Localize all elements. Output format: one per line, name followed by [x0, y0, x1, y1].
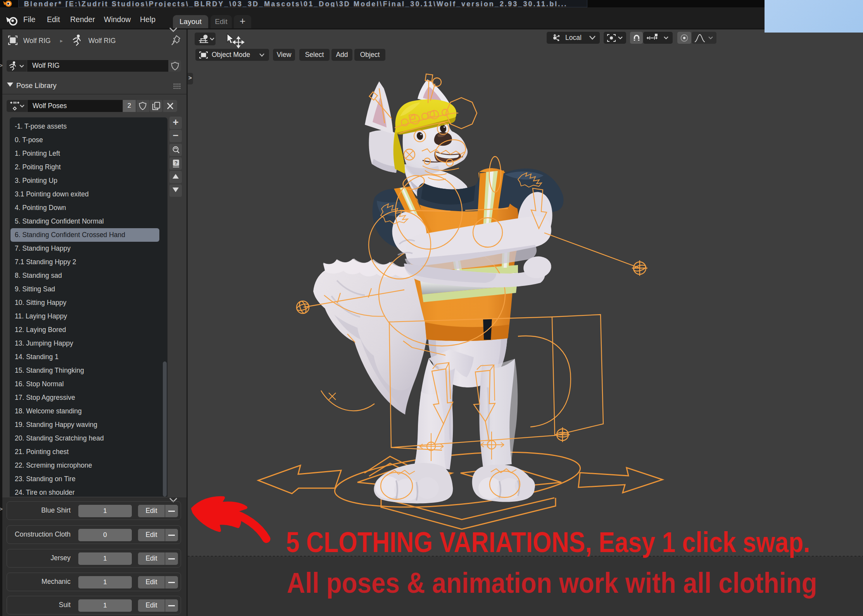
svg-text:?: ? [174, 160, 178, 166]
